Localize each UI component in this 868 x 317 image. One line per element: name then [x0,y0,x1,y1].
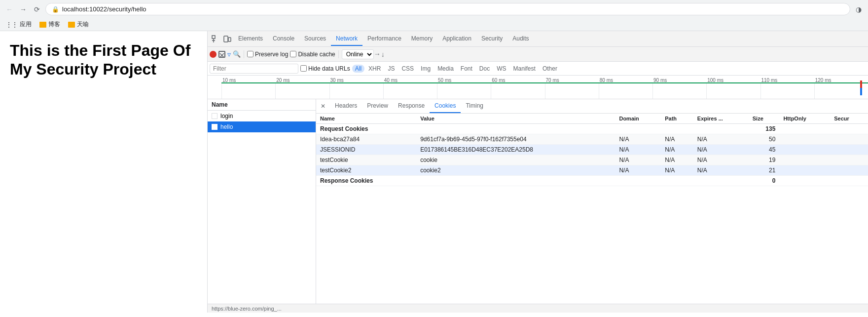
cookie3-expires: N/A [693,155,749,165]
cookie2-expires: N/A [693,145,749,155]
download-icon[interactable]: ↓ [381,50,385,58]
resp-httponly [779,176,830,186]
svg-rect-4 [228,38,231,41]
back-button[interactable]: ← [4,4,15,15]
tab-memory[interactable]: Memory [406,32,437,46]
status-text: https://blue-zero.com/ping_... [212,306,282,312]
filter-css[interactable]: CSS [398,65,417,73]
preserve-log-checkbox[interactable]: Preserve log [247,51,288,58]
cookie3-name: testCookie [316,155,416,165]
tab-security[interactable]: Security [476,32,507,46]
page-title-line1: This is the First Page Of [10,41,190,59]
disable-cache-label: Disable cache [298,51,335,58]
resp-val [416,176,615,186]
device-toggle-button[interactable] [221,33,233,45]
details-close-button[interactable]: ✕ [318,101,328,111]
hide-data-urls-input[interactable] [300,65,307,72]
filter-input[interactable] [210,64,298,74]
disable-cache-checkbox[interactable]: Disable cache [290,51,335,58]
col-domain: Domain [615,114,661,124]
tc6 [491,83,544,99]
tab-network[interactable]: Network [331,32,362,46]
devtools-tabs: Elements Console Sources Network Perform… [233,32,866,46]
browser-toolbar: ← → ⟳ 🔒 localhost:10022/security/hello ◑ [0,0,868,18]
details-tab-preview[interactable]: Preview [362,99,393,113]
tab-application[interactable]: Application [437,32,476,46]
filter-js[interactable]: JS [385,65,398,73]
details-tab-headers[interactable]: Headers [330,99,362,113]
cookie1-secure [830,134,868,145]
search-icon[interactable]: 🔍 [233,50,241,58]
cookie1-path: N/A [661,134,693,145]
col-httponly: HttpOnly [779,114,830,124]
cookie2-httponly [779,145,830,155]
devtools-panel: Elements Console Sources Network Perform… [207,31,868,313]
filter-icon[interactable]: ▿ [227,50,231,58]
resp-domain [615,176,661,186]
filter-font[interactable]: Font [458,65,475,73]
upload-icon[interactable]: ↑ [373,52,381,56]
rc-size: 135 [749,124,780,134]
tc11 [760,83,814,99]
filter-bar: Hide data URLs All XHR JS CSS Img Media … [208,62,868,76]
details-tab-cookies[interactable]: Cookies [430,99,461,113]
col-path: Path [661,114,693,124]
cookie1-name: Idea-bca27a84 [316,134,416,145]
network-item-login[interactable]: login [208,111,316,121]
cookie1-httponly [779,134,830,145]
network-item-hello[interactable]: hello [208,121,316,132]
filter-img[interactable]: Img [418,65,434,73]
forward-button[interactable]: → [18,4,29,15]
page-content: This is the First Page Of My Security Pr… [0,31,207,313]
filter-xhr[interactable]: XHR [365,65,384,73]
bookmark-apps[interactable]: ⋮⋮ 应用 [4,19,34,30]
apps-grid-icon: ⋮⋮ [6,21,18,28]
cookie-row-1: Idea-bca27a84 9d61cf7a-9b69-45d5-97f0-f1… [316,134,868,145]
browser-chrome: ← → ⟳ 🔒 localhost:10022/security/hello ◑… [0,0,868,31]
cookie4-size: 21 [749,165,780,176]
bookmarks-bar: ⋮⋮ 应用 博客 天喻 [0,18,868,31]
filter-other[interactable]: Other [540,65,560,73]
inspect-element-button[interactable] [210,33,221,45]
bookmark-blog[interactable]: 博客 [37,19,62,30]
request-cookies-label: Request Cookies [316,124,416,134]
network-toolbar: ▿ 🔍 Preserve log Disable cache Online ↑ … [208,47,868,62]
preserve-log-label: Preserve log [255,51,288,58]
tab-audits[interactable]: Audits [507,32,534,46]
cookie4-path: N/A [661,165,693,176]
page-title: This is the First Page Of My Security Pr… [10,41,197,79]
bookmark-blog-label: 博客 [48,20,60,29]
tab-elements[interactable]: Elements [233,32,268,46]
col-secure: Secur [830,114,868,124]
filter-doc[interactable]: Doc [476,65,493,73]
throttle-select[interactable]: Online [342,49,374,59]
filter-all[interactable]: All [352,65,364,73]
filter-manifest[interactable]: Manifest [510,65,539,73]
tab-performance[interactable]: Performance [362,32,406,46]
tab-console[interactable]: Console [268,32,299,46]
rc-path [661,124,693,134]
tc9 [652,83,706,99]
col-value: Value [416,114,615,124]
disable-cache-input[interactable] [290,51,296,57]
filter-types: All XHR JS CSS Img Media Font Doc WS Man… [352,65,560,73]
clear-button[interactable] [218,51,225,58]
details-tab-timing[interactable]: Timing [461,99,488,113]
rc-secure [830,124,868,134]
divider1 [244,50,244,58]
details-tab-response[interactable]: Response [393,99,430,113]
network-list: Name login hello [208,99,316,304]
filter-ws[interactable]: WS [494,65,509,73]
filter-media[interactable]: Media [434,65,457,73]
extensions-button[interactable]: ◑ [853,4,864,15]
preserve-log-input[interactable] [247,51,253,57]
hide-data-urls-checkbox[interactable]: Hide data URLs [300,65,350,72]
bookmark-tianyu[interactable]: 天喻 [66,19,91,30]
bookmark-apps-label: 应用 [20,20,32,29]
refresh-button[interactable]: ⟳ [32,4,42,15]
network-item-hello-label: hello [220,123,233,130]
address-bar[interactable]: 🔒 localhost:10022/security/hello [45,3,850,15]
record-button[interactable] [210,51,217,58]
tc8 [599,83,652,99]
tab-sources[interactable]: Sources [299,32,331,46]
